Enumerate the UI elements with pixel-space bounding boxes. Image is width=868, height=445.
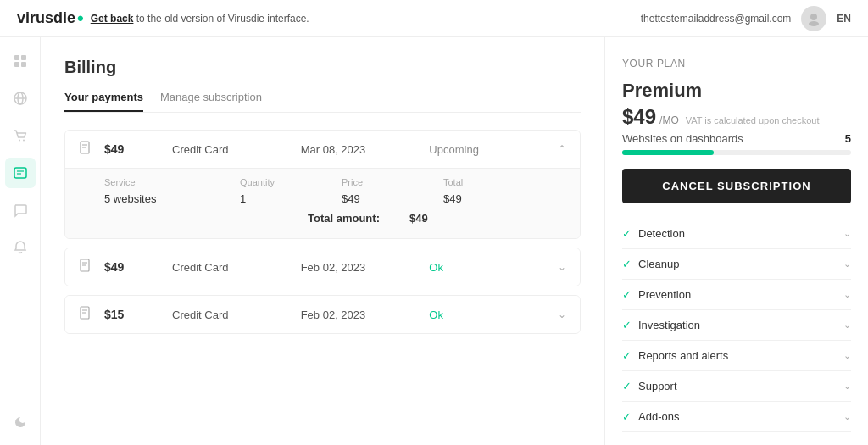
svg-rect-3 (21, 55, 26, 60)
sidebar-icon-globe[interactable] (5, 83, 36, 114)
plan-price: $49 (622, 105, 656, 129)
receipt-icon-1 (79, 141, 96, 158)
feature-label-addons: Add-ons (638, 410, 679, 423)
feature-chevron-investigation: ⌄ (843, 320, 851, 331)
payment-method-3: Credit Card (172, 309, 301, 321)
tab-manage-subscription[interactable]: Manage subscription (160, 91, 262, 112)
sidebar-icon-billing[interactable] (5, 158, 36, 188)
feature-item-detection[interactable]: ✓ Detection ⌄ (622, 219, 851, 249)
logo: virusdie• (17, 9, 84, 28)
topbar: virusdie• Get back to the old version of… (0, 0, 868, 37)
plan-section-label: Your plan (622, 58, 851, 70)
tab-your-payments[interactable]: Your payments (64, 91, 143, 112)
check-icon-prevention: ✓ (622, 288, 632, 301)
feature-left-addons: ✓ Add-ons (622, 410, 679, 423)
feature-label-prevention: Prevention (638, 288, 691, 301)
plan-sites-count: 5 (845, 132, 851, 145)
tab-row: Your payments Manage subscription (64, 91, 581, 113)
payment-chevron-3[interactable]: ⌄ (558, 309, 566, 320)
plan-sites-label: Websites on dashboards (622, 132, 743, 145)
svg-point-10 (23, 140, 25, 142)
plan-progress-fill (622, 150, 714, 155)
plan-sites-row: Websites on dashboards 5 (622, 132, 851, 145)
payment-date-3: Feb 02, 2023 (301, 309, 430, 321)
check-icon-investigation: ✓ (622, 319, 632, 331)
payment-detail-1: Service Quantity Price Total 5 websites … (65, 168, 580, 238)
feature-chevron-reports: ⌄ (843, 350, 851, 361)
sidebar-icon-bell[interactable] (5, 232, 36, 263)
check-icon-reports: ✓ (622, 349, 632, 362)
user-email: thettestemailaddress@gmail.com (641, 13, 792, 25)
payment-status-3: Ok (429, 309, 558, 321)
feature-left-reports: ✓ Reports and alerts (622, 349, 728, 362)
payment-method-1: Credit Card (172, 143, 301, 156)
feature-item-addons[interactable]: ✓ Add-ons ⌄ (622, 402, 851, 432)
feature-item-support[interactable]: ✓ Support ⌄ (622, 371, 851, 402)
svg-rect-4 (14, 62, 19, 67)
svg-rect-5 (21, 62, 26, 67)
sidebar-icon-dashboard[interactable] (5, 46, 36, 76)
svg-rect-2 (14, 55, 19, 60)
receipt-icon-2 (79, 259, 96, 275)
cancel-subscription-button[interactable]: CANCEL SUBSCRIPTION (622, 169, 851, 203)
svg-point-1 (809, 21, 819, 26)
avatar[interactable] (801, 6, 826, 31)
language-selector[interactable]: EN (837, 13, 851, 25)
payment-amount-3: $15 (104, 308, 172, 321)
total-value: $49 (409, 212, 428, 225)
feature-chevron-support: ⌄ (843, 381, 851, 392)
total-label: Total amount: (308, 212, 409, 225)
feature-left-cleanup: ✓ Cleanup (622, 258, 679, 270)
feature-left-detection: ✓ Detection (622, 227, 685, 240)
payment-row-main-1: $49 Credit Card Mar 08, 2023 Upcoming ⌃ (65, 131, 580, 168)
feature-item-prevention[interactable]: ✓ Prevention ⌄ (622, 280, 851, 310)
payment-row-2: $49 Credit Card Feb 02, 2023 Ok ⌄ (64, 248, 581, 286)
topbar-right: thettestemailaddress@gmail.com EN (641, 6, 851, 31)
col-quantity: Quantity (240, 177, 342, 187)
page-title: Billing (64, 58, 581, 77)
feature-chevron-cleanup: ⌄ (843, 259, 851, 270)
check-icon-support: ✓ (622, 380, 632, 392)
sidebar-icon-cart[interactable] (5, 120, 36, 151)
payment-row-3: $15 Credit Card Feb 02, 2023 Ok ⌄ (64, 295, 581, 334)
feature-left-prevention: ✓ Prevention (622, 288, 691, 301)
payment-row-main-2: $49 Credit Card Feb 02, 2023 Ok ⌄ (65, 248, 580, 286)
payment-status-2: Ok (429, 261, 558, 274)
plan-price-row: $49 /MO VAT is calculated upon checkout (622, 105, 851, 129)
feature-chevron-addons: ⌄ (843, 411, 851, 422)
payment-amount-2: $49 (104, 260, 172, 274)
sidebar (0, 37, 41, 445)
plan-vat: VAT is calculated upon checkout (686, 115, 820, 125)
feature-label-investigation: Investigation (638, 319, 700, 331)
feature-label-support: Support (638, 380, 677, 392)
topbar-notice: Get back to the old version of Virusdie … (91, 13, 309, 25)
check-icon-cleanup: ✓ (622, 258, 632, 270)
get-back-link[interactable]: Get back (91, 13, 134, 25)
sidebar-icon-theme[interactable] (5, 406, 36, 437)
payment-chevron-1[interactable]: ⌃ (558, 143, 566, 155)
payment-row-main-3: $15 Credit Card Feb 02, 2023 Ok ⌄ (65, 296, 580, 333)
col-price: Price (342, 177, 443, 187)
feature-item-reports[interactable]: ✓ Reports and alerts ⌄ (622, 341, 851, 371)
col-total: Total (443, 177, 511, 187)
feature-item-cleanup[interactable]: ✓ Cleanup ⌄ (622, 249, 851, 280)
feature-left-support: ✓ Support (622, 380, 677, 392)
logo-text: virusdie (17, 9, 75, 27)
feature-left-investigation: ✓ Investigation (622, 319, 700, 331)
plan-panel: Your plan Premium $49 /MO VAT is calcula… (605, 37, 868, 445)
svg-point-0 (810, 14, 817, 20)
svg-point-9 (19, 140, 20, 142)
plan-progress-bar (622, 150, 851, 155)
payment-status-1: Upcoming (429, 143, 558, 156)
feature-item-investigation[interactable]: ✓ Investigation ⌄ (622, 310, 851, 341)
payment-method-2: Credit Card (172, 261, 301, 274)
check-icon-addons: ✓ (622, 410, 632, 423)
payment-date-2: Feb 02, 2023 (301, 261, 430, 274)
billing-section: Billing Your payments Manage subscriptio… (41, 37, 605, 445)
sidebar-icon-chat[interactable] (5, 195, 36, 225)
payment-chevron-2[interactable]: ⌄ (558, 261, 566, 273)
payment-amount-1: $49 (104, 142, 172, 156)
detail-qty-1: 1 (240, 192, 342, 205)
detail-row-1: 5 websites 1 $49 $49 (104, 192, 566, 205)
detail-total-1: $49 (443, 192, 511, 205)
